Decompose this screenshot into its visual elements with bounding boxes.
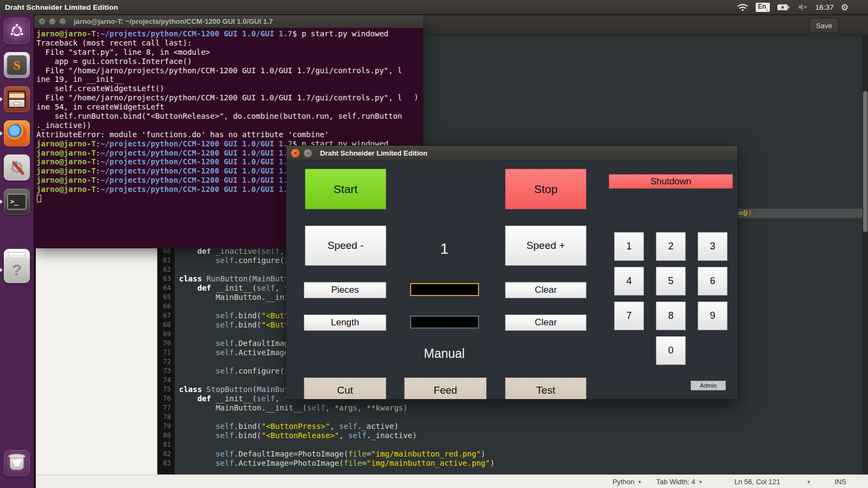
line-number: 65 <box>157 293 171 302</box>
clear-pieces-button[interactable]: Clear <box>505 282 586 298</box>
session-gear-icon[interactable]: ⚙ <box>841 2 848 12</box>
tab-width-selector[interactable]: Tab Width: 4 ▾ <box>656 478 701 486</box>
length-button[interactable]: Length <box>304 314 386 331</box>
keypad-button-5[interactable]: 5 <box>656 267 686 296</box>
code-line: self.DefaultImage=PhotoImage(file="img/m… <box>179 450 486 459</box>
code-line: self.DefaultImag <box>179 339 289 348</box>
start-button[interactable]: Start <box>305 169 386 209</box>
launcher-item-dash[interactable] <box>4 18 30 44</box>
code-line: self.configure(i <box>179 367 289 376</box>
line-number: 67 <box>157 311 171 320</box>
tk-title-bar[interactable]: ✕ – Draht Schneider Limited Edition <box>286 146 737 160</box>
minimize-icon[interactable]: – <box>303 149 312 158</box>
cursor-position[interactable]: Ln 56, Col 121 <box>735 478 781 486</box>
launcher-item-trash[interactable] <box>4 450 30 476</box>
minimize-icon[interactable]: – <box>49 18 56 25</box>
shutdown-button[interactable]: Shutdown <box>609 174 733 189</box>
stop-button[interactable]: Stop <box>505 169 586 209</box>
launcher-item-firefox[interactable] <box>4 120 30 146</box>
running-indicator-arrow <box>0 97 3 101</box>
test-button[interactable]: Test <box>505 377 586 400</box>
terminal-icon: >_ <box>7 194 27 210</box>
editor-scrollbar-handle[interactable] <box>863 91 867 232</box>
speed-minus-button[interactable]: Speed - <box>305 226 386 266</box>
keypad-button-3[interactable]: 3 <box>698 232 727 261</box>
close-icon[interactable]: ✕ <box>39 18 46 25</box>
line-number: 62 <box>157 265 171 274</box>
running-indicator-arrow <box>0 268 3 272</box>
keypad-button-2[interactable]: 2 <box>656 232 686 261</box>
keypad-button-7[interactable]: 7 <box>614 301 644 330</box>
line-number: 70 <box>157 339 171 348</box>
file-cabinet-icon <box>8 91 26 108</box>
cut-button[interactable]: Cut <box>304 377 386 400</box>
launcher-item-help[interactable]: ? <box>4 257 30 283</box>
line-number: 75 <box>157 385 171 394</box>
line-number: 83 <box>157 459 171 468</box>
battery-icon[interactable] <box>777 3 790 11</box>
launcher-item-file-cabinet[interactable] <box>4 86 30 112</box>
save-button[interactable]: Save <box>809 18 839 33</box>
editor-scrollbar[interactable] <box>863 36 868 474</box>
desktop: Save 60616263646566676869707172737475767… <box>0 0 868 488</box>
ubuntu-logo-icon <box>9 23 25 39</box>
code-line: self.ActiveImage <box>179 348 289 357</box>
cursor-position-label: Ln 56, Col 121 <box>735 478 781 486</box>
length-entry[interactable] <box>410 316 479 329</box>
code-line: self.bind("<Butt <box>179 320 289 330</box>
keypad-button-6[interactable]: 6 <box>698 267 727 296</box>
language-selector[interactable]: Python ▾ <box>612 478 641 486</box>
terminal-line: ine 19, in __init__ <box>36 75 421 84</box>
launcher-item-sublime-text[interactable]: S <box>4 52 30 78</box>
keypad-button-8[interactable]: 8 <box>656 301 686 330</box>
line-number: 80 <box>157 431 171 440</box>
terminal-line: ._inactive)) <box>36 121 421 130</box>
keypad-button-0[interactable]: 0 <box>656 336 686 365</box>
pieces-button[interactable]: Pieces <box>304 282 386 298</box>
clock[interactable]: 16:37 <box>815 3 834 11</box>
code-line: self.bind("<Butt <box>179 311 289 320</box>
terminal-line: jarno@jarno-T:~/projects/python/CCM-1200… <box>36 29 421 38</box>
chevron-down-icon: ▾ <box>638 479 641 485</box>
terminal-title-bar[interactable]: ✕ – ▢ jarno@jarno-T: ~/projects/python/C… <box>34 15 423 28</box>
firefox-icon <box>7 124 27 143</box>
code-line: self.bind("<ButtonRelease>", self._inact… <box>179 431 417 440</box>
wifi-icon[interactable] <box>737 3 749 11</box>
keypad-button-4[interactable]: 4 <box>614 267 644 296</box>
clear-length-button[interactable]: Clear <box>505 314 586 331</box>
keyboard-layout-indicator[interactable]: En, <box>756 3 770 12</box>
close-icon[interactable]: ✕ <box>291 149 300 158</box>
active-app-title: Draht Schneider Limited Edition <box>0 3 118 11</box>
overwrite-mode-indicator[interactable]: INS <box>834 478 846 486</box>
volume-muted-icon[interactable] <box>797 3 808 11</box>
line-number: 61 <box>157 256 171 265</box>
line-number: 77 <box>157 403 171 413</box>
line-number: 64 <box>157 284 171 293</box>
keypad-button-1[interactable]: 1 <box>614 232 644 261</box>
system-tray: En, 16:37 ⚙ <box>737 2 868 12</box>
tk-app-window: ✕ – Draht Schneider Limited Edition Star… <box>286 145 738 400</box>
keypad-button-9[interactable]: 9 <box>698 301 727 330</box>
code-line: self.bind("<ButtonPress>", self._active) <box>179 422 399 431</box>
launcher-item-terminal[interactable]: >_ <box>4 189 30 215</box>
terminal-line: File "/home/jarno/projects/python/CCM-12… <box>36 66 421 75</box>
manual-label: Manual <box>404 345 485 362</box>
line-number: 71 <box>157 348 171 357</box>
launcher-item-system-settings[interactable]: ⚙ <box>4 155 30 181</box>
line-number: 81 <box>157 440 171 450</box>
feed-button[interactable]: Feed <box>404 377 487 400</box>
admin-button[interactable]: Admin <box>691 381 726 390</box>
gedit-status-bar: Python ▾ Tab Width: 4 ▾ Ln 56, Col 121 ▾… <box>36 474 868 488</box>
maximize-icon[interactable]: ▢ <box>59 18 66 25</box>
editor-ghost-paren: ) <box>414 93 418 101</box>
numeric-keypad: 1234567890 <box>614 232 728 365</box>
position-dropdown[interactable]: ▾ <box>807 479 810 485</box>
speed-plus-button[interactable]: Speed + <box>505 226 586 266</box>
running-indicator-arrow <box>0 200 3 204</box>
pieces-entry[interactable] <box>410 283 479 296</box>
terminal-line: app = gui.controls.Interface() <box>36 57 421 66</box>
terminal-cursor <box>37 195 41 202</box>
unity-launcher: S ⚙ >_ ✎ ? <box>0 15 34 488</box>
code-line: self.configure(i <box>179 256 289 265</box>
line-number: 72 <box>157 357 171 367</box>
